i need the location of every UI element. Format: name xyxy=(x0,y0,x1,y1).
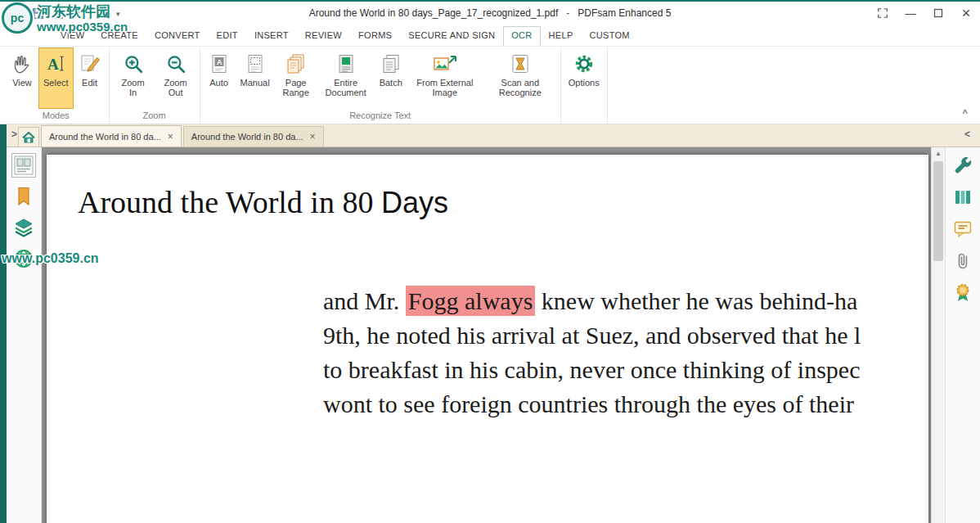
document-file-name: Around the World in 80 days_Page_17_reco… xyxy=(309,7,559,19)
attachments-panel-button[interactable] xyxy=(951,249,975,273)
ribbon-tab-secure-and-sign[interactable]: SECURE AND SIGN xyxy=(400,26,503,44)
ocr-from-external-image-button[interactable]: From External Image xyxy=(407,47,483,109)
badge-icon xyxy=(954,283,972,303)
ocr-page-range-button[interactable]: Page Range xyxy=(275,47,317,109)
layers-panel-button[interactable] xyxy=(11,215,36,240)
comments-panel-button[interactable] xyxy=(951,217,975,241)
doc-tab-1[interactable]: Around the World in 80 da... × xyxy=(41,125,182,147)
ribbon-tab-help[interactable]: HELP xyxy=(541,26,582,44)
ocr-options-button[interactable]: Options xyxy=(564,47,605,109)
home-tab-button[interactable] xyxy=(18,127,39,147)
bookmarks-panel-button[interactable] xyxy=(11,184,36,209)
page-range-icon xyxy=(285,52,307,75)
ocr-entire-document-button[interactable]: Entire Document xyxy=(317,47,375,109)
ribbon-tab-convert[interactable]: CONVERT xyxy=(146,26,209,44)
manual-page-icon xyxy=(245,52,266,75)
print-button[interactable] xyxy=(52,7,66,20)
group-label-modes: Modes xyxy=(6,109,106,123)
layers-icon xyxy=(13,218,34,237)
save-icon xyxy=(32,7,44,20)
minimize-button[interactable]: — xyxy=(897,2,924,25)
ocr-batch-button[interactable]: Batch xyxy=(375,47,407,109)
auto-page-icon: A xyxy=(209,52,230,75)
text-line-4: wont to see foreign countries through th… xyxy=(323,387,861,422)
group-label-options xyxy=(564,109,605,122)
save-button[interactable] xyxy=(31,7,45,20)
window-controls: — × xyxy=(869,2,980,25)
edit-mode-label: Edit xyxy=(82,78,97,88)
columns-panel-button[interactable] xyxy=(951,185,975,210)
ocr-options-label: Options xyxy=(569,78,600,88)
expand-left-panel-button[interactable]: > xyxy=(11,128,17,140)
collapse-ribbon-button[interactable]: ^ xyxy=(959,107,972,119)
document-title-serif: Around the World in 80 xyxy=(78,185,381,219)
ocr-manual-label: Manual xyxy=(241,78,270,88)
ocr-batch-label: Batch xyxy=(380,78,402,88)
columns-icon xyxy=(953,187,973,207)
ribbon-tab-forms[interactable]: FORMS xyxy=(350,26,400,44)
home-icon xyxy=(21,130,36,145)
line1-pre: and Mr. xyxy=(323,287,406,314)
ocr-page-range-label: Page Range xyxy=(280,78,312,97)
maximize-button[interactable] xyxy=(924,2,952,25)
ribbon-tab-insert[interactable]: INSERT xyxy=(246,26,297,44)
maximize-icon xyxy=(933,8,943,18)
ribbon-group-modes: View A Select Edit Modes xyxy=(3,47,110,124)
ocr-from-external-image-label: From External Image xyxy=(412,78,478,97)
ribbon-tab-create[interactable]: CREATE xyxy=(92,26,146,44)
zoom-out-button[interactable]: Zoom Out xyxy=(155,47,197,109)
document-viewport[interactable]: Around the World in 80 Days and Mr. Fogg… xyxy=(42,147,945,523)
ribbon-tab-review[interactable]: REVIEW xyxy=(297,26,350,44)
ocr-entire-document-label: Entire Document xyxy=(322,78,370,97)
redo-button[interactable] xyxy=(95,7,109,20)
window-title: Around the World in 80 days_Page_17_reco… xyxy=(0,7,980,19)
ribbon-tab-ocr[interactable]: OCR xyxy=(503,26,540,46)
ribbon-tab-custom[interactable]: CUSTOM xyxy=(582,26,638,44)
document-body-text: and Mr. Fogg always knew whether he was … xyxy=(323,284,861,422)
edit-mode-button[interactable]: Edit xyxy=(74,47,106,109)
select-mode-button[interactable]: A Select xyxy=(38,47,74,109)
expand-right-panel-button[interactable]: < xyxy=(964,128,970,140)
title-bar: ▾ Around the World in 80 days_Page_17_re… xyxy=(0,2,980,25)
ribbon-group-recognize-text: A Auto Manual Page Range xyxy=(200,47,561,124)
view-mode-button[interactable]: View xyxy=(6,47,38,109)
doc-tab-2[interactable]: Around the World in 80 da... × xyxy=(183,126,324,147)
tools-panel-button[interactable] xyxy=(951,153,975,178)
zoom-in-icon xyxy=(123,52,144,75)
ocr-scan-and-recognize-button[interactable]: Scan and Recognize xyxy=(483,47,558,109)
web-capture-panel-button[interactable] xyxy=(11,246,36,271)
gear-icon xyxy=(573,52,595,75)
ocr-auto-label: Auto xyxy=(209,78,228,88)
quick-access-toolbar: ▾ xyxy=(31,7,120,20)
undo-icon xyxy=(74,7,87,20)
ribbon-tab-strip: VIEW CREATE CONVERT EDIT INSERT REVIEW F… xyxy=(0,25,980,47)
ocr-auto-button[interactable]: A Auto xyxy=(203,47,236,109)
select-mode-label: Select xyxy=(43,78,69,88)
quick-access-dropdown[interactable]: ▾ xyxy=(116,10,120,18)
ocr-manual-button[interactable]: Manual xyxy=(236,47,275,109)
fullscreen-button[interactable] xyxy=(869,2,897,25)
right-sidebar xyxy=(945,147,980,523)
left-sidebar xyxy=(7,147,42,523)
page-thumbnails-panel-button[interactable] xyxy=(11,153,36,178)
ribbon-tab-edit[interactable]: EDIT xyxy=(209,26,246,44)
vertical-scrollbar[interactable]: ▲ xyxy=(931,147,945,523)
ribbon-tab-view[interactable]: VIEW xyxy=(52,26,92,44)
undo-button[interactable] xyxy=(74,7,88,20)
zoom-in-button[interactable]: Zoom In xyxy=(112,47,155,109)
doc-tab-2-close-icon[interactable]: × xyxy=(310,132,316,142)
doc-tab-1-close-icon[interactable]: × xyxy=(168,132,173,142)
zoom-out-icon xyxy=(165,52,187,75)
certificates-panel-button[interactable] xyxy=(951,281,975,305)
title-separator: - xyxy=(566,7,569,19)
globe-icon xyxy=(13,248,34,269)
scroll-up-button[interactable]: ▲ xyxy=(932,147,945,160)
close-button[interactable]: × xyxy=(952,2,980,25)
scrollbar-thumb[interactable] xyxy=(933,161,943,261)
text-line-3: to breakfast in his cabin, never once th… xyxy=(323,353,861,387)
document-title: Around the World in 80 Days xyxy=(78,184,448,220)
group-label-recognize-text: Recognize Text xyxy=(203,109,558,123)
page-thumbnails-icon xyxy=(13,155,34,176)
doc-tab-2-label: Around the World in 80 da... xyxy=(191,132,303,142)
pdf-page[interactable]: Around the World in 80 Days and Mr. Fogg… xyxy=(47,155,928,523)
